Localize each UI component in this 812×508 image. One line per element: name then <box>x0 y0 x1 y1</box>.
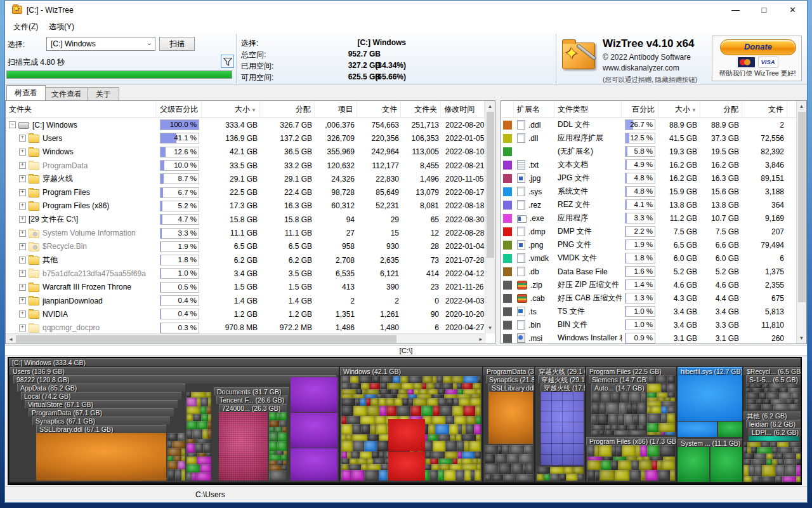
treemap-file-tile[interactable] <box>769 388 780 392</box>
treemap-file-tile[interactable] <box>196 472 211 481</box>
brand-website-link[interactable]: www.diskanalyzer.com <box>603 64 679 72</box>
treemap-file-tile[interactable] <box>612 445 616 457</box>
treemap-file-tile[interactable] <box>783 453 796 459</box>
treemap-file-tile[interactable] <box>749 465 755 476</box>
treemap-file-tile[interactable] <box>167 433 178 441</box>
treemap-file-tile[interactable] <box>775 465 785 476</box>
treemap-file-tile[interactable] <box>187 457 197 464</box>
treemap-file-tile[interactable] <box>346 434 352 441</box>
treemap-file-tile[interactable] <box>444 470 455 481</box>
treemap-section-label[interactable]: Local (74.2 GB) <box>21 392 181 400</box>
treemap-file-tile[interactable] <box>519 454 533 464</box>
treemap-file-tile[interactable] <box>769 384 785 388</box>
treemap-file-tile[interactable] <box>652 460 657 470</box>
treemap-file-tile[interactable] <box>475 470 481 481</box>
table-row[interactable]: .vmdkVMDK 文件1.8 %6.0 GB6.0 GB6 <box>501 251 796 265</box>
treemap-file-tile[interactable] <box>364 470 379 481</box>
table-row[interactable]: .dmpDMP 文件2.2 %7.5 GB7.5 GB207 <box>501 225 796 238</box>
treemap-file-tile[interactable] <box>438 470 444 481</box>
treemap-file-tile[interactable] <box>277 460 283 465</box>
expand-icon[interactable]: + <box>19 175 26 182</box>
treemap-file-tile[interactable] <box>550 467 564 474</box>
treemap-file-tile[interactable] <box>350 458 357 464</box>
treemap-file-tile[interactable] <box>638 403 646 414</box>
treemap-file-tile[interactable] <box>463 376 478 383</box>
treemap-section-label[interactable]: Synaptics (67.1 GB) <box>32 417 170 425</box>
treemap-file-tile[interactable] <box>181 448 185 456</box>
table-row[interactable]: +qqpcmgr_docpro0.3 %970.8 MB972.2 MB1,48… <box>6 321 486 334</box>
treemap-mosaic[interactable] <box>587 445 675 481</box>
treemap-file-tile[interactable] <box>341 389 356 394</box>
treemap-file-tile[interactable] <box>450 434 456 441</box>
treemap-file-tile[interactable] <box>277 441 287 451</box>
treemap-file-tile[interactable] <box>275 427 282 432</box>
treemap-section-label[interactable]: Synaptics (21.8 GB) <box>486 375 534 384</box>
treemap-file-tile[interactable] <box>599 470 615 481</box>
table-row[interactable]: −[C:] Windows100.0 %333.4 GB326.7 GB,006… <box>6 118 486 131</box>
treemap-file-tile[interactable] <box>408 376 422 383</box>
treemap-file-tile[interactable] <box>341 470 351 481</box>
expand-icon[interactable]: + <box>19 270 26 277</box>
treemap-file-tile[interactable] <box>440 406 452 416</box>
table-row[interactable]: .tsTS 文件1.0 %3.4 GB3.4 GB5,813 <box>501 305 796 318</box>
treemap-file-tile[interactable] <box>573 467 584 474</box>
treemap-file-tile[interactable] <box>282 427 287 432</box>
folder-table-header-cell[interactable]: 大小▼ <box>202 101 260 117</box>
treemap-file-tile[interactable] <box>341 406 353 416</box>
treemap-section-label[interactable]: Siemens (14.7 GB) <box>589 375 648 384</box>
treemap-file-tile[interactable] <box>591 414 597 425</box>
treemap-file-tile[interactable] <box>594 445 599 457</box>
treemap-file-tile[interactable] <box>438 458 452 464</box>
treemap-file-tile[interactable] <box>429 470 438 481</box>
treemap-file-tile[interactable] <box>457 383 462 389</box>
treemap-file-tile[interactable] <box>761 404 773 410</box>
expand-icon[interactable]: + <box>19 257 26 264</box>
treemap-file-tile[interactable] <box>750 384 755 388</box>
treemap-file-tile[interactable] <box>608 414 618 425</box>
treemap-file-tile[interactable] <box>379 406 386 416</box>
treemap-mosaic[interactable] <box>647 375 675 435</box>
treemap-mosaic[interactable] <box>167 433 185 481</box>
table-row[interactable]: +Users41.1 %136.9 GB137.2 GB326,709220,3… <box>6 131 486 145</box>
treemap-file-tile[interactable] <box>348 464 361 470</box>
donate-button[interactable]: Donate <box>720 39 796 55</box>
treemap-file-tile[interactable] <box>667 375 675 384</box>
treemap-file-tile[interactable] <box>361 383 369 389</box>
table-row[interactable]: .jpgJPG 文件4.8 %16.2 GB16.3 GB89,151 <box>501 171 796 185</box>
treemap-file-tile[interactable] <box>755 384 762 388</box>
treemap-file-tile[interactable] <box>560 474 566 481</box>
table-row[interactable]: .dbData Base File1.6 %5.2 GB5.2 GB1,375 <box>501 265 796 278</box>
treemap-section-label[interactable]: S-1-5... (6.5 GB) <box>746 375 801 384</box>
treemap-file-tile[interactable] <box>597 414 608 425</box>
treemap-section-label[interactable]: SSLLibrary.ddl (21.8 GB) <box>488 384 534 392</box>
treemap-section-label[interactable]: Users (136.9 GB) <box>10 367 339 375</box>
treemap-file-tile[interactable] <box>636 445 640 457</box>
treemap-file-tile[interactable] <box>360 398 366 406</box>
table-row[interactable]: .txt文本文档4.9 %16.2 GB16.2 GB3,846 <box>501 158 796 171</box>
treemap-file-tile[interactable] <box>772 447 778 453</box>
treemap-file-tile[interactable] <box>206 406 211 414</box>
treemap-file-tile[interactable] <box>537 467 550 474</box>
table-row[interactable]: +Warcraft III Frozen Throne0.5 %1.5 GB1.… <box>6 281 486 294</box>
treemap-file-tile[interactable] <box>445 451 457 458</box>
treemap-file-tile[interactable] <box>757 447 772 453</box>
treemap-file-tile[interactable] <box>379 470 388 481</box>
treemap-block[interactable] <box>388 419 425 451</box>
treemap-file-tile[interactable] <box>370 424 376 434</box>
treemap-section-label[interactable]: System ... (11.1 GB) <box>678 439 742 447</box>
treemap[interactable]: [C:] Windows (333.4 GB)Users (136.9 GB)9… <box>8 357 802 485</box>
treemap-file-tile[interactable] <box>341 441 353 451</box>
treemap-file-tile[interactable] <box>191 392 206 398</box>
treemap-file-tile[interactable] <box>167 448 181 456</box>
treemap-file-tile[interactable] <box>463 406 475 416</box>
treemap-file-tile[interactable] <box>587 445 594 457</box>
treemap-file-tile[interactable] <box>269 471 287 481</box>
treemap-file-tile[interactable] <box>750 388 764 392</box>
treemap-file-tile[interactable] <box>485 454 495 464</box>
treemap-file-tile[interactable] <box>200 464 211 472</box>
table-row[interactable]: .pngPNG 文件1.9 %6.5 GB6.6 GB79,494 <box>501 238 796 251</box>
scroll-up-icon[interactable]: ▲ <box>797 104 806 109</box>
treemap-file-tile[interactable] <box>269 427 275 432</box>
treemap-file-tile[interactable] <box>282 465 287 471</box>
horizontal-scrollbar[interactable]: ◄► <box>6 333 486 344</box>
